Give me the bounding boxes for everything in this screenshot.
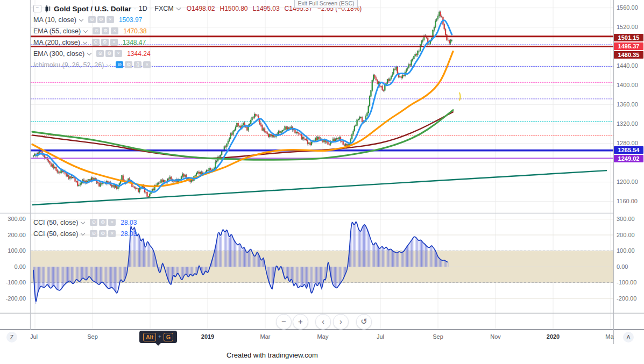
chevron-down-icon[interactable] <box>107 62 111 66</box>
close-icon[interactable]: × <box>107 16 114 23</box>
tradingview-chart-window: Exit Full Screen (ESC) − Gold Spot / U.S… <box>0 0 644 364</box>
timezone-button[interactable]: Z <box>6 332 17 342</box>
time-axis-label: 2020 <box>547 333 560 340</box>
time-axis-label: Jul <box>30 333 38 340</box>
exit-fullscreen-tooltip: Exit Full Screen (ESC) <box>294 0 358 8</box>
time-axis-label: Sep <box>87 333 98 340</box>
reset-chart-button[interactable]: ↺ <box>356 314 372 330</box>
indicator-label[interactable]: CCI (50, close) <box>33 230 78 238</box>
cci-axis-label: -100.00 <box>1 279 26 286</box>
eye-icon[interactable]: ⊙ <box>90 230 97 237</box>
alt-g-shortcut-badge: Alt + G <box>139 331 177 343</box>
price-axis-label: 1400.00 <box>617 82 638 88</box>
price-axis-label: 1440.00 <box>617 62 638 69</box>
gear-icon[interactable]: ⚙ <box>102 27 109 34</box>
chevron-down-icon[interactable] <box>83 39 87 44</box>
gear-icon[interactable]: ⚙ <box>99 219 107 226</box>
chevron-down-icon[interactable] <box>87 51 91 55</box>
indicator-row: CCI (50, close)⊙⚙×28.03 <box>33 228 137 239</box>
indicator-buttons: ⊙⚙× <box>88 16 116 23</box>
auto-scale-button[interactable]: A <box>623 332 634 342</box>
indicator-label[interactable]: MA (10, close) <box>33 16 76 24</box>
title-separator: · <box>150 5 152 12</box>
gear-icon[interactable]: ⚙ <box>105 50 113 57</box>
eye-off-icon[interactable]: ⊘ <box>116 61 123 68</box>
indicator-value: 1470.38 <box>123 27 146 35</box>
time-axis-label: Nov <box>490 333 501 340</box>
eye-icon[interactable]: ⊙ <box>90 219 97 226</box>
chevron-down-icon[interactable] <box>81 219 85 224</box>
indicator-buttons: ⊙⚙× <box>90 219 117 226</box>
close-icon[interactable]: × <box>108 230 116 237</box>
price-axis-label: 1160.00 <box>617 198 638 204</box>
chevron-down-icon[interactable] <box>176 6 181 10</box>
price-axis-label: 1320.00 <box>617 120 638 127</box>
indicator-row: EMA (55, close)⊙⚙×1470.38 <box>33 25 366 37</box>
symbol-title[interactable]: Gold Spot / U.S. Dollar <box>54 5 131 13</box>
exchange-label[interactable]: FXCM <box>154 5 173 12</box>
indicator-label[interactable]: CCI (50, close) <box>33 219 78 226</box>
gear-icon[interactable]: ⚙ <box>125 61 132 68</box>
close-icon[interactable]: × <box>143 61 151 68</box>
time-axis-label: Sep <box>433 333 443 340</box>
chevron-down-icon[interactable] <box>81 231 85 235</box>
alt-keycap: Alt <box>143 333 156 341</box>
chevron-down-icon[interactable] <box>79 17 83 21</box>
price-axis-label: 1560.00 <box>617 4 638 11</box>
candlestick-logo-icon <box>45 5 51 12</box>
eye-icon[interactable]: ⊙ <box>92 39 100 46</box>
interval-label[interactable]: 1D <box>139 5 147 12</box>
chevron-down-icon[interactable] <box>83 28 88 32</box>
tradingview-credit: Created with tradingview.com <box>227 351 318 359</box>
ma200-line[interactable] <box>32 110 453 160</box>
cci-axis-label: 0.00 <box>1 263 26 270</box>
zoom-in-button[interactable]: + <box>293 314 308 330</box>
close-icon[interactable]: × <box>110 39 118 46</box>
zoom-out-button[interactable]: − <box>276 314 292 330</box>
indicator-value: 28.03 <box>121 230 137 238</box>
cci-axis-label: -100.00 <box>617 279 636 286</box>
indicator-label[interactable]: EMA (300, close) <box>33 50 84 58</box>
scroll-left-button[interactable]: ‹ <box>315 314 331 330</box>
ohlc-token: H1500.80 <box>220 5 247 12</box>
close-icon[interactable]: × <box>108 219 116 226</box>
indicator-value: 1344.24 <box>127 50 150 58</box>
indicator-value: 1348.47 <box>123 39 146 46</box>
cci-axis-label: 200.00 <box>1 232 26 238</box>
ema55-line[interactable] <box>32 52 453 187</box>
gear-icon[interactable]: ⚙ <box>97 16 105 23</box>
price-axis-label: 1520.00 <box>617 24 638 30</box>
cci-axis-label: 200.00 <box>617 232 635 238</box>
scroll-right-button[interactable]: › <box>333 314 349 330</box>
cci-axis-label: 100.00 <box>1 247 26 254</box>
eye-icon[interactable]: ⊙ <box>88 16 96 23</box>
indicator-label[interactable]: Ichimoku (9, 26, 52, 26) <box>33 61 104 69</box>
close-icon[interactable]: × <box>111 27 118 34</box>
braces-icon[interactable]: {} <box>134 61 141 68</box>
cci-axis-label: 300.00 <box>1 216 26 222</box>
gear-icon[interactable]: ⚙ <box>101 39 109 46</box>
cci-axis-label: 0.00 <box>617 263 628 270</box>
indicator-buttons: ⊙⚙× <box>92 39 119 46</box>
eye-icon[interactable]: ⊙ <box>93 27 100 34</box>
ohlc-token: L1495.03 <box>253 5 280 12</box>
close-icon[interactable]: × <box>115 50 122 57</box>
collapse-pane-icon[interactable]: − <box>33 5 41 12</box>
price-badge: 1265.54 <box>614 146 643 154</box>
indicator-value: 28.03 <box>121 219 137 226</box>
plus-text: + <box>158 334 161 340</box>
yellow-drawing-mark[interactable] <box>459 92 461 101</box>
indicator-row: CCI (50, close)⊙⚙×28.03 <box>33 217 137 228</box>
gear-icon[interactable]: ⚙ <box>99 230 107 237</box>
indicator-label[interactable]: EMA (55, close) <box>33 27 81 35</box>
time-axis-label: May <box>317 333 329 340</box>
cci-axis-label: -200.00 <box>617 295 636 302</box>
price-axis-label: 1200.00 <box>617 179 638 185</box>
indicator-row: MA (200, close)⊙⚙×1348.47 <box>33 37 366 48</box>
indicator-row: MA (10, close)⊙⚙×1503.97 <box>33 14 366 25</box>
indicator-label[interactable]: MA (200, close) <box>33 39 80 46</box>
price-badge: 1495.37 <box>614 42 643 50</box>
cci-legend: CCI (50, close)⊙⚙×28.03CCI (50, close)⊙⚙… <box>33 217 137 239</box>
eye-icon[interactable]: ⊙ <box>96 50 104 57</box>
price-badge: 1249.02 <box>614 155 643 162</box>
